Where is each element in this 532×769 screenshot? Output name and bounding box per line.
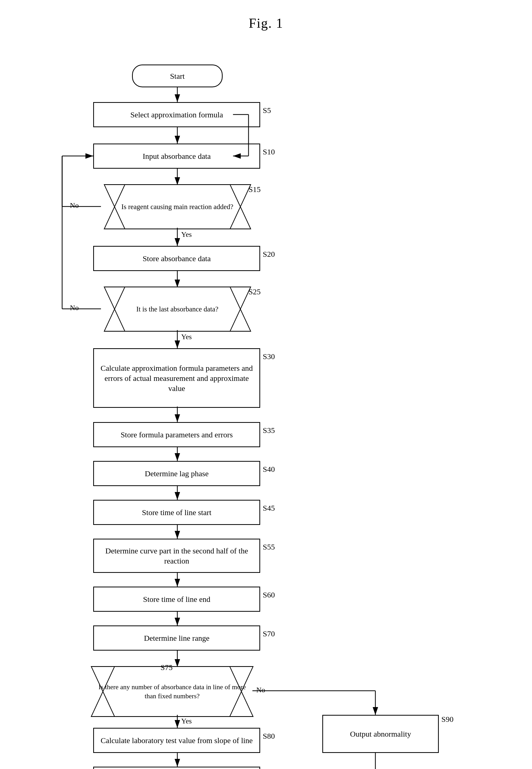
s45-label: Store time of line start xyxy=(142,507,211,517)
s10-step: S10 xyxy=(263,147,275,156)
s45-step: S45 xyxy=(263,504,275,512)
s75-label: Is there any number of absorbance data i… xyxy=(74,683,271,701)
s35-label: Store formula parameters and errors xyxy=(121,430,233,440)
s80-step: S80 xyxy=(263,732,275,741)
s10-node: Input absorbance data xyxy=(93,143,260,169)
s85-node: Output laboratory test value xyxy=(93,767,260,769)
s25-node: It is the last absorbance data? xyxy=(88,287,267,331)
s5-step: S5 xyxy=(263,106,271,115)
start-label: Start xyxy=(170,71,185,81)
s45-node: Store time of line start xyxy=(93,500,260,525)
s20-step: S20 xyxy=(263,250,275,259)
s5-label: Select approximation formula xyxy=(130,110,223,120)
s10-label: Input absorbance data xyxy=(143,151,211,161)
s70-step: S70 xyxy=(263,629,275,638)
s55-step: S55 xyxy=(263,542,275,551)
s30-label: Calculate approximation formula paramete… xyxy=(94,363,259,393)
s25-no-label: No xyxy=(70,304,79,312)
page-title: Fig. 1 xyxy=(0,0,532,41)
s20-node: Store absorbance data xyxy=(93,246,260,271)
s35-node: Store formula parameters and errors xyxy=(93,422,260,447)
s70-node: Determine line range xyxy=(93,626,260,651)
s60-node: Store time of line end xyxy=(93,587,260,612)
s55-label: Determine curve part in the second half … xyxy=(94,546,259,566)
start-node: Start xyxy=(132,64,223,87)
s40-step: S40 xyxy=(263,465,275,474)
s90-label: Output abnormality xyxy=(350,729,411,739)
s5-node: Select approximation formula xyxy=(93,102,260,127)
s75-yes-label: Yes xyxy=(181,717,192,725)
s40-node: Determine lag phase xyxy=(93,461,260,486)
s90-step: S90 xyxy=(441,715,454,724)
s35-step: S35 xyxy=(263,426,275,435)
s70-label: Determine line range xyxy=(144,633,209,643)
s60-label: Store time of line end xyxy=(143,594,210,604)
s90-node: Output abnormality xyxy=(322,715,439,753)
s15-step: S15 xyxy=(249,185,261,194)
s40-label: Determine lag phase xyxy=(145,468,209,478)
s80-label: Calculate laboratory test value from slo… xyxy=(101,735,253,745)
s75-node: Is there any number of absorbance data i… xyxy=(74,667,271,716)
s55-node: Determine curve part in the second half … xyxy=(93,539,260,573)
s30-node: Calculate approximation formula paramete… xyxy=(93,348,260,408)
s25-yes-label: Yes xyxy=(181,333,192,341)
s15-no-label: No xyxy=(70,201,79,210)
s15-yes-label: Yes xyxy=(181,230,192,239)
s80-node: Calculate laboratory test value from slo… xyxy=(93,728,260,753)
s25-step: S25 xyxy=(249,287,261,296)
s75-step: S75 xyxy=(161,663,173,672)
s15-label: Is reagent causing main reaction added? xyxy=(101,202,254,212)
s25-label: It is the last absorbance data? xyxy=(115,305,239,314)
s60-step: S60 xyxy=(263,591,275,599)
s30-step: S30 xyxy=(263,352,275,361)
s15-node: Is reagent causing main reaction added? xyxy=(88,185,267,229)
s20-label: Store absorbance data xyxy=(143,254,211,264)
